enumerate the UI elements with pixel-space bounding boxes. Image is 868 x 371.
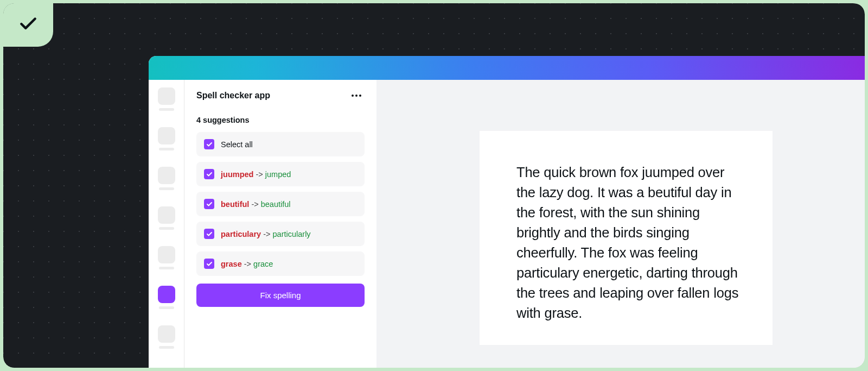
arrow-text: -> bbox=[251, 200, 258, 209]
arrow-text: -> bbox=[244, 260, 251, 268]
nav-item[interactable] bbox=[158, 206, 175, 230]
document-page[interactable]: The quick brown fox juumped over the laz… bbox=[480, 131, 773, 345]
outer-frame: Spell checker app 4 suggestions Select a… bbox=[3, 3, 865, 368]
suggestion-row[interactable]: juumped -> jumped bbox=[196, 162, 365, 186]
arrow-text: -> bbox=[256, 170, 263, 179]
suggestion-row[interactable]: particulary -> particularly bbox=[196, 222, 365, 246]
correct-word: grace bbox=[253, 260, 273, 268]
suggestion-row[interactable]: beutiful -> beautiful bbox=[196, 192, 365, 216]
wrong-word: particulary bbox=[221, 230, 263, 238]
nav-item[interactable] bbox=[158, 246, 175, 269]
nav-item[interactable] bbox=[158, 127, 175, 150]
correct-word: particularly bbox=[273, 230, 311, 238]
select-all-label: Select all bbox=[221, 140, 253, 149]
suggestion-row[interactable]: grase -> grace bbox=[196, 251, 365, 276]
panel-title: Spell checker app bbox=[196, 91, 270, 100]
spell-check-panel: Spell checker app 4 suggestions Select a… bbox=[184, 80, 376, 368]
checkbox-icon[interactable] bbox=[204, 169, 214, 179]
checkbox-icon[interactable] bbox=[204, 229, 214, 239]
nav-item[interactable] bbox=[158, 87, 175, 111]
correct-word: jumped bbox=[265, 170, 291, 179]
correct-word: beautiful bbox=[261, 200, 291, 209]
wrong-word: grase bbox=[221, 260, 242, 268]
app-body: Spell checker app 4 suggestions Select a… bbox=[149, 80, 865, 368]
approval-badge bbox=[3, 3, 53, 47]
check-icon bbox=[18, 14, 39, 36]
select-all-row[interactable]: Select all bbox=[196, 132, 365, 156]
nav-rail bbox=[149, 80, 184, 368]
arrow-text: -> bbox=[263, 230, 270, 238]
wrong-word: juumped bbox=[221, 170, 253, 179]
nav-item[interactable] bbox=[158, 325, 175, 349]
checkbox-icon[interactable] bbox=[204, 139, 214, 149]
document-text[interactable]: The quick brown fox juumped over the laz… bbox=[516, 162, 740, 323]
document-canvas[interactable]: The quick brown fox juumped over the laz… bbox=[376, 80, 865, 368]
app-window: Spell checker app 4 suggestions Select a… bbox=[149, 56, 865, 368]
suggestions-count: 4 suggestions bbox=[196, 116, 365, 124]
panel-header: Spell checker app bbox=[196, 91, 365, 100]
more-icon[interactable] bbox=[348, 91, 365, 100]
nav-item-active[interactable] bbox=[158, 286, 175, 309]
checkbox-icon[interactable] bbox=[204, 259, 214, 269]
fix-spelling-button[interactable]: Fix spelling bbox=[196, 284, 365, 307]
title-bar-gradient bbox=[149, 56, 865, 80]
checkbox-icon[interactable] bbox=[204, 199, 214, 209]
wrong-word: beutiful bbox=[221, 200, 249, 209]
nav-item[interactable] bbox=[158, 167, 175, 190]
